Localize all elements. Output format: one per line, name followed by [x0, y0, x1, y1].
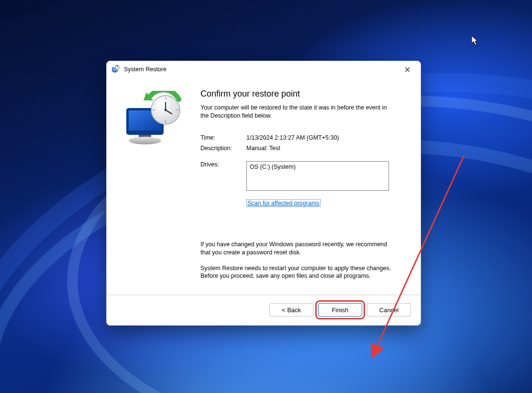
system-restore-icon	[122, 91, 185, 148]
drives-listbox[interactable]: OS (C:) (System)	[246, 161, 389, 191]
back-button[interactable]: < Back	[269, 303, 313, 317]
time-label: Time:	[200, 134, 246, 141]
description-label: Description:	[200, 145, 246, 152]
svg-point-8	[129, 137, 161, 144]
drives-label: Drives:	[200, 161, 246, 168]
page-heading: Confirm your restore point	[200, 89, 407, 99]
wizard-buttons: < Back Finish Cancel	[107, 295, 421, 325]
system-restore-dialog: System Restore	[106, 61, 421, 326]
restart-note: System Restore needs to restart your com…	[200, 264, 397, 281]
wizard-image-panel	[107, 77, 200, 295]
window-title: System Restore	[124, 66, 166, 73]
finish-button[interactable]: Finish	[318, 303, 362, 317]
system-restore-app-icon	[111, 65, 120, 74]
titlebar[interactable]: System Restore	[107, 61, 421, 77]
close-icon	[405, 67, 410, 72]
intro-text: Your computer will be restored to the st…	[200, 104, 392, 120]
scan-affected-programs-link[interactable]: Scan for affected programs	[246, 199, 321, 207]
svg-point-16	[165, 109, 167, 111]
close-button[interactable]	[397, 62, 418, 76]
drives-item: OS (C:) (System)	[250, 164, 296, 170]
password-note: If you have changed your Windows passwor…	[200, 240, 397, 257]
cancel-button[interactable]: Cancel	[367, 303, 411, 317]
time-value: 1/13/2024 2:13:27 AM (GMT+5:30)	[246, 134, 339, 141]
description-value: Manual: Test	[246, 145, 280, 152]
svg-rect-2	[113, 72, 116, 73]
